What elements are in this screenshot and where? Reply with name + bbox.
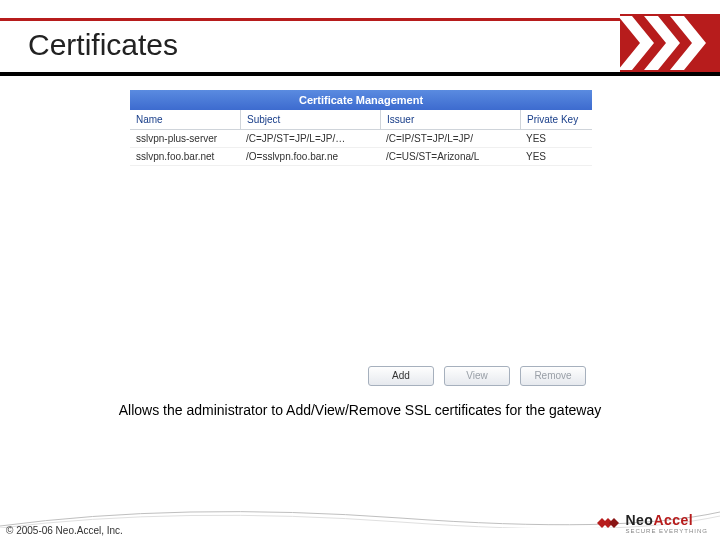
logo-mark-icon [597,514,619,532]
cell-name: sslvpn.foo.bar.net [130,148,240,165]
caption-text: Allows the administrator to Add/View/Rem… [0,402,720,418]
cell-issuer: /C=IP/ST=JP/L=JP/ [380,130,520,147]
table-row[interactable]: sslvpn.foo.bar.net /O=sslvpn.foo.bar.ne … [130,148,592,166]
cell-pkey: YES [520,130,592,147]
col-name: Name [130,110,240,129]
copyright-text: © 2005-06 Neo.Accel, Inc. [6,525,123,536]
logo-tagline: Secure Everything [625,528,708,534]
cell-subject: /O=sslvpn.foo.bar.ne [240,148,380,165]
col-private-key: Private Key [520,110,592,129]
cell-pkey: YES [520,148,592,165]
chevrons-decor [620,14,720,72]
view-button[interactable]: View [444,366,510,386]
col-issuer: Issuer [380,110,520,129]
button-row: Add View Remove [130,366,592,386]
title-bar: Certificates [0,18,720,76]
svg-marker-5 [609,518,619,528]
col-subject: Subject [240,110,380,129]
table-row[interactable]: sslvpn-plus-server /C=JP/ST=JP/L=JP/… /C… [130,130,592,148]
remove-button[interactable]: Remove [520,366,586,386]
cell-subject: /C=JP/ST=JP/L=JP/… [240,130,380,147]
panel-title: Certificate Management [130,90,592,110]
certificate-panel: Certificate Management Name Subject Issu… [130,90,592,390]
cell-issuer: /C=US/ST=Arizona/L [380,148,520,165]
table-header: Name Subject Issuer Private Key [130,110,592,130]
add-button[interactable]: Add [368,366,434,386]
logo-name: NeoAccel [625,512,708,528]
page-title: Certificates [28,28,178,62]
footer: © 2005-06 Neo.Accel, Inc. NeoAccel Secur… [0,496,720,540]
svg-marker-0 [618,16,654,70]
cell-name: sslvpn-plus-server [130,130,240,147]
certificate-table: Name Subject Issuer Private Key sslvpn-p… [130,110,592,166]
brand-logo: NeoAccel Secure Everything [597,512,708,534]
